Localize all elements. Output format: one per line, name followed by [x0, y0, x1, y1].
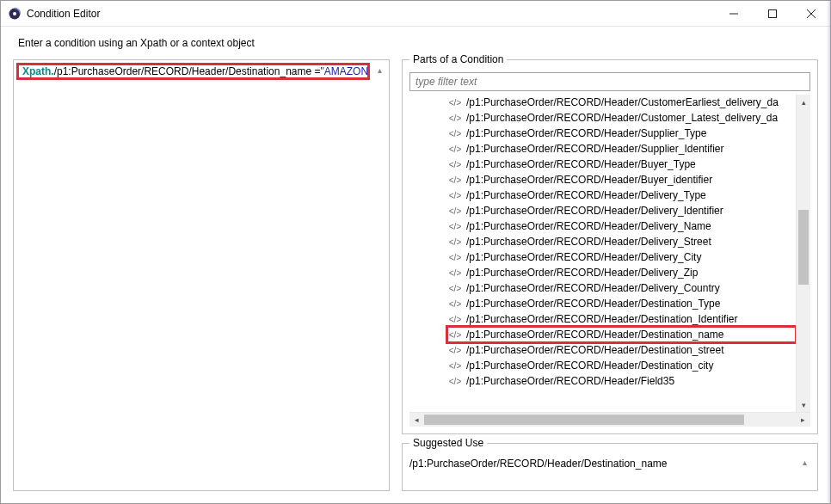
tree-item-label: /p1:PurchaseOrder/RECORD/Header/Field35	[466, 375, 674, 387]
xml-element-icon: </>	[447, 375, 463, 387]
xml-element-icon: </>	[447, 298, 463, 310]
condition-input-pane[interactable]: Xpath./p1:PurchaseOrder/RECORD/Header/De…	[13, 59, 390, 491]
tree-item[interactable]: </>/p1:PurchaseOrder/RECORD/Header/Field…	[447, 373, 796, 389]
scroll-right-icon[interactable]: ▸	[796, 413, 810, 427]
parts-tree[interactable]: </>/p1:PurchaseOrder/RECORD/Header/Custo…	[409, 95, 796, 412]
xml-element-icon: </>	[447, 251, 463, 263]
tree-item[interactable]: </>/p1:PurchaseOrder/RECORD/Header/Custo…	[447, 95, 796, 110]
close-button[interactable]	[791, 1, 830, 26]
suggested-use-text: /p1:PurchaseOrder/RECORD/Header/Destinat…	[409, 456, 798, 471]
suggested-group: Suggested Use /p1:PurchaseOrder/RECORD/H…	[402, 443, 818, 491]
scroll-left-icon[interactable]: ◂	[409, 413, 424, 427]
dialog-body: Xpath./p1:PurchaseOrder/RECORD/Header/De…	[1, 56, 830, 503]
tree-item[interactable]: </>/p1:PurchaseOrder/RECORD/Header/Deliv…	[447, 265, 796, 280]
xml-element-icon: </>	[447, 127, 463, 139]
scroll-up-icon[interactable]: ▴	[373, 64, 385, 76]
xml-element-icon: </>	[447, 189, 463, 201]
tree-item[interactable]: </>/p1:PurchaseOrder/RECORD/Header/Desti…	[447, 311, 796, 327]
xml-element-icon: </>	[447, 267, 463, 279]
scroll-down-icon[interactable]: ▾	[797, 397, 810, 412]
xml-element-icon: </>	[447, 174, 463, 186]
tree-item-label: /p1:PurchaseOrder/RECORD/Header/Delivery…	[466, 205, 723, 217]
tree-item[interactable]: </>/p1:PurchaseOrder/RECORD/Header/Custo…	[447, 110, 796, 126]
scrollbar-thumb[interactable]	[798, 210, 809, 285]
tree-item[interactable]: </>/p1:PurchaseOrder/RECORD/Header/Deliv…	[447, 218, 796, 234]
tree-item-label: /p1:PurchaseOrder/RECORD/Header/Customer…	[466, 112, 778, 124]
titlebar: Condition Editor	[1, 1, 830, 27]
xml-element-icon: </>	[447, 236, 463, 248]
xml-element-icon: </>	[447, 329, 463, 341]
xpath-keyword: Xpath.	[22, 65, 54, 77]
minimize-button[interactable]	[714, 1, 753, 26]
tree-item[interactable]: </>/p1:PurchaseOrder/RECORD/Header/Buyer…	[447, 157, 796, 172]
scrollbar-thumb[interactable]	[424, 415, 744, 425]
tree-item-label: /p1:PurchaseOrder/RECORD/Header/Buyer_id…	[466, 174, 712, 186]
tree-item-label: /p1:PurchaseOrder/RECORD/Header/Customer…	[466, 96, 779, 108]
xml-element-icon: </>	[447, 96, 463, 108]
suggested-group-label: Suggested Use	[409, 437, 487, 449]
tree-item[interactable]: </>/p1:PurchaseOrder/RECORD/Header/Deliv…	[447, 187, 796, 203]
tree-item-label: /p1:PurchaseOrder/RECORD/Header/Delivery…	[466, 236, 711, 248]
app-icon	[8, 7, 22, 21]
xpath-expression-input[interactable]: Xpath./p1:PurchaseOrder/RECORD/Header/De…	[16, 63, 370, 80]
horizontal-scrollbar[interactable]: ◂ ▸	[409, 412, 810, 427]
xml-element-icon: </>	[447, 143, 463, 155]
tree-item[interactable]: </>/p1:PurchaseOrder/RECORD/Header/Desti…	[447, 342, 796, 358]
right-pane: Parts of a Condition </>/p1:PurchaseOrde…	[402, 59, 818, 491]
tree-item-label: /p1:PurchaseOrder/RECORD/Header/Delivery…	[466, 220, 711, 232]
tree-item[interactable]: </>/p1:PurchaseOrder/RECORD/Header/Desti…	[447, 296, 796, 311]
tree-item[interactable]: </>/p1:PurchaseOrder/RECORD/Header/Suppl…	[447, 141, 796, 157]
xml-element-icon: </>	[447, 360, 463, 372]
tree-item[interactable]: </>/p1:PurchaseOrder/RECORD/Header/Deliv…	[447, 203, 796, 218]
tree-item-label: /p1:PurchaseOrder/RECORD/Header/Destinat…	[466, 313, 737, 325]
instruction-text: Enter a condition using an Xpath or a co…	[1, 27, 830, 56]
filter-input[interactable]	[409, 72, 810, 91]
tree-item-label: /p1:PurchaseOrder/RECORD/Header/Supplier…	[466, 127, 706, 139]
tree-item-label: /p1:PurchaseOrder/RECORD/Header/Destinat…	[466, 298, 720, 310]
xml-element-icon: </>	[447, 220, 463, 232]
xml-element-icon: </>	[447, 205, 463, 217]
window-title: Condition Editor	[27, 8, 100, 20]
scroll-up-icon[interactable]: ▴	[797, 95, 810, 109]
tree-container: </>/p1:PurchaseOrder/RECORD/Header/Custo…	[409, 95, 810, 412]
svg-rect-3	[768, 9, 776, 17]
tree-item-label: /p1:PurchaseOrder/RECORD/Header/Delivery…	[466, 189, 706, 201]
tree-item-label: /p1:PurchaseOrder/RECORD/Header/Buyer_Ty…	[466, 158, 696, 170]
tree-item[interactable]: </>/p1:PurchaseOrder/RECORD/Header/Deliv…	[447, 280, 796, 296]
xml-element-icon: </>	[447, 344, 463, 356]
tree-item-label: /p1:PurchaseOrder/RECORD/Header/Destinat…	[466, 344, 723, 356]
tree-item-label: /p1:PurchaseOrder/RECORD/Header/Delivery…	[466, 282, 720, 294]
tree-item[interactable]: </>/p1:PurchaseOrder/RECORD/Header/Buyer…	[447, 172, 796, 187]
xml-element-icon: </>	[447, 313, 463, 325]
xml-element-icon: </>	[447, 158, 463, 170]
vertical-scrollbar[interactable]: ▴ ▾	[796, 95, 810, 412]
maximize-button[interactable]	[753, 1, 791, 26]
xpath-path: /p1:PurchaseOrder/RECORD/Header/Destinat…	[54, 65, 321, 77]
svg-point-1	[13, 12, 16, 15]
tree-item-label: /p1:PurchaseOrder/RECORD/Header/Delivery…	[466, 267, 698, 279]
tree-item-label: /p1:PurchaseOrder/RECORD/Header/Destinat…	[466, 360, 713, 372]
tree-item[interactable]: </>/p1:PurchaseOrder/RECORD/Header/Deliv…	[447, 234, 796, 249]
xpath-value: "AMAZON"	[321, 65, 371, 77]
tree-item[interactable]: </>/p1:PurchaseOrder/RECORD/Header/Desti…	[447, 327, 796, 342]
xml-element-icon: </>	[447, 112, 463, 124]
xml-element-icon: </>	[447, 282, 463, 294]
parts-group-label: Parts of a Condition	[409, 53, 507, 65]
tree-item[interactable]: </>/p1:PurchaseOrder/RECORD/Header/Suppl…	[447, 126, 796, 141]
tree-item[interactable]: </>/p1:PurchaseOrder/RECORD/Header/Desti…	[447, 358, 796, 373]
tree-item-label: /p1:PurchaseOrder/RECORD/Header/Delivery…	[466, 251, 701, 263]
condition-editor-window: Condition Editor Enter a condition using…	[0, 0, 831, 504]
scroll-up-icon[interactable]: ▴	[798, 456, 810, 468]
tree-item-label: /p1:PurchaseOrder/RECORD/Header/Supplier…	[466, 143, 723, 155]
scrollbar-track[interactable]	[424, 413, 796, 427]
parts-group: Parts of a Condition </>/p1:PurchaseOrde…	[402, 59, 818, 434]
tree-item-label: /p1:PurchaseOrder/RECORD/Header/Destinat…	[466, 329, 723, 341]
scrollbar-track[interactable]	[797, 109, 810, 397]
tree-item[interactable]: </>/p1:PurchaseOrder/RECORD/Header/Deliv…	[447, 249, 796, 265]
